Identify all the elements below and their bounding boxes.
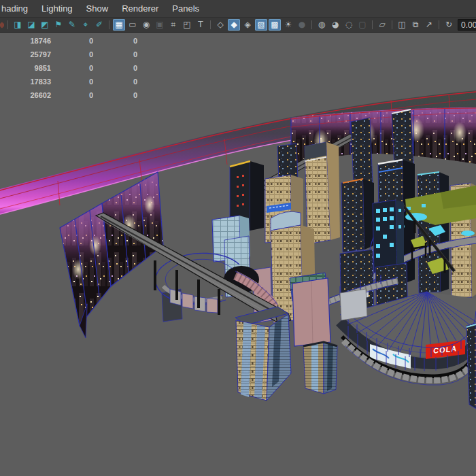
menu-show[interactable]: Show: [80, 3, 116, 14]
menu-panels[interactable]: Panels: [165, 3, 206, 14]
default-light-button[interactable]: ◕: [329, 19, 341, 31]
select-camera-icon[interactable]: ◨: [12, 19, 24, 31]
toolbar-separator: [372, 20, 373, 29]
pan-zoom-icon[interactable]: ⌖: [80, 19, 92, 31]
panel-toolbar: ◆◨◪◩⚑✎⌖✐▦▭◉▣⌗◰T◇◆◈▧▩☀●◍◕◌▢▱◫⧉↗↻: [0, 18, 476, 33]
menu-renderer[interactable]: Renderer: [115, 3, 165, 14]
skyline-billboards-left: [60, 172, 163, 338]
maya-viewport-window: hadingLightingShowRendererPanels ◆◨◪◩⚑✎⌖…: [0, 0, 476, 476]
occlusion-button[interactable]: ◌: [343, 19, 355, 31]
clipped-icon[interactable]: ◆: [0, 19, 4, 31]
scene-canvas[interactable]: COLA: [0, 33, 476, 476]
grid-display-button[interactable]: ▦: [113, 19, 125, 31]
resolution-gate-button[interactable]: ◉: [140, 19, 152, 31]
checkered-material-button[interactable]: ▩: [269, 19, 281, 31]
building-dark-brown: [341, 179, 374, 252]
shadows-button[interactable]: ●: [296, 19, 308, 31]
shaded-display-button[interactable]: ◆: [228, 19, 240, 31]
textured-display-button[interactable]: ▧: [255, 19, 267, 31]
exposure-icon[interactable]: ↻: [443, 19, 455, 31]
toolbar-separator: [109, 20, 109, 29]
bookmark-icon[interactable]: ⚑: [52, 19, 65, 31]
lighting-ground-button[interactable]: ◍: [316, 19, 328, 31]
viewport[interactable]: COLA: [0, 33, 476, 476]
wireframe-on-shaded-button[interactable]: ◈: [241, 19, 254, 31]
use-all-lights-button[interactable]: ☀: [282, 19, 294, 31]
panel-menubar: hadingLightingShowRendererPanels: [0, 0, 476, 18]
xray-button[interactable]: ◫: [396, 19, 408, 31]
toolbar-separator: [7, 20, 8, 29]
building-cyan-windows: [373, 200, 404, 273]
toolbar-separator: [439, 20, 439, 29]
v-building: [303, 342, 337, 394]
wireframe-display-button[interactable]: ◇: [214, 19, 226, 31]
toolbar-separator: [210, 20, 211, 29]
safe-action-button[interactable]: ◰: [181, 19, 193, 31]
film-gate-button[interactable]: ▭: [126, 19, 139, 31]
right-edge-building: [466, 323, 476, 409]
field-chart-button[interactable]: ⌗: [167, 19, 180, 31]
lock-camera-icon[interactable]: ◪: [25, 19, 37, 31]
isolate-select-button[interactable]: ▱: [376, 19, 388, 31]
paint-tool-icon[interactable]: ✐: [93, 19, 105, 31]
exposure-region-button[interactable]: ↗: [423, 19, 435, 31]
grease-pencil-icon[interactable]: ✎: [66, 19, 78, 31]
camera-attributes-icon[interactable]: ◩: [39, 19, 51, 31]
toolbar-separator: [311, 20, 312, 29]
menu-hading[interactable]: hading: [0, 3, 35, 14]
toolbar-separator: [392, 20, 392, 29]
exposure-field[interactable]: [458, 19, 476, 31]
xray-joints-button[interactable]: ⧉: [409, 19, 422, 31]
gate-mask-button[interactable]: ▣: [154, 19, 166, 31]
safe-title-button[interactable]: T: [194, 19, 207, 31]
motion-blur-button[interactable]: ▢: [356, 19, 369, 31]
menu-lighting[interactable]: Lighting: [35, 3, 80, 14]
